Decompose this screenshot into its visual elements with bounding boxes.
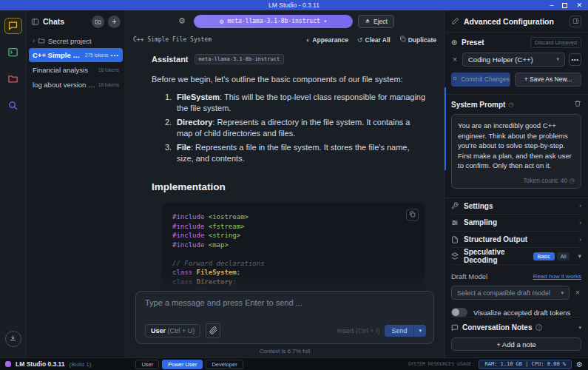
clear-all-button[interactable]: ↺ Clear All — [357, 36, 391, 44]
window-title: LM Studio - 0.3.11 — [268, 1, 320, 9]
preset-dropdown[interactable]: Coding Helper (C++) ▾ — [462, 53, 565, 67]
system-prompt-editor[interactable]: You are an incredibly good C++ engineer.… — [451, 114, 581, 189]
chevron-right-icon: › — [579, 219, 581, 226]
add-note-button[interactable]: + Add a note — [451, 337, 581, 351]
chat-folder-secret-project[interactable]: › Secret project — [29, 34, 123, 47]
appearance-icon: ◐ — [306, 36, 310, 44]
chat-bubble-icon — [7, 20, 18, 33]
visualize-tokens-toggle[interactable] — [451, 308, 467, 317]
all-mode-pill[interactable]: All — [557, 252, 570, 260]
chevron-down-icon: ▾ — [556, 56, 559, 62]
role-toggle-button[interactable]: User (Ctrl + U) — [145, 324, 200, 337]
section-speculative-decoding[interactable]: Speculative Decoding Basic All ▾ — [451, 248, 581, 265]
eject-label: Eject — [374, 18, 388, 25]
chats-header: Chats + — [27, 10, 125, 33]
user-mode-switch: User Power User Developer — [135, 360, 243, 369]
send-button[interactable]: Send ▾ — [385, 325, 426, 337]
read-how-it-works-link[interactable]: Read how it works — [533, 273, 581, 280]
duplicate-button[interactable]: Duplicate — [399, 36, 436, 44]
copy-code-button[interactable] — [406, 209, 419, 221]
trash-icon — [574, 100, 581, 107]
list-number: 2. — [165, 117, 177, 138]
settings-gear-icon[interactable]: ⚙ — [576, 360, 583, 369]
chat-item-log-version[interactable]: log about version of ... 16 tokens — [29, 78, 123, 92]
mode-developer[interactable]: Developer — [206, 360, 243, 369]
preset-row: ⚙ Preset Discard Unsaved — [451, 35, 581, 51]
token-count: Token count: 40 ◷ — [458, 177, 575, 184]
folder-label: Secret project — [48, 37, 92, 45]
send-options-caret[interactable]: ▾ — [413, 326, 426, 336]
section-label: Speculative Decoding — [464, 248, 528, 264]
chat-item-menu-icon[interactable]: ••• — [111, 52, 119, 58]
assistant-message-list: 1. FileSystem: This will be the top-leve… — [152, 92, 428, 164]
draft-model-block: Draft Model Read how it works Select a c… — [451, 272, 581, 317]
message-area[interactable]: Assistant meta-llama-3.1-8b-instruct Bef… — [126, 47, 444, 289]
appearance-button[interactable]: ◐ Appearance — [306, 36, 348, 44]
minimize-button[interactable]: – — [550, 0, 553, 10]
chat-item-tokens: 16 tokens — [98, 82, 119, 87]
chats-sidebar: Chats + › Secret project C++ Simple File… — [27, 10, 126, 357]
search-icon — [7, 100, 18, 112]
nav-chat-tab[interactable] — [4, 18, 22, 34]
save-as-new-button[interactable]: + Save As New... — [515, 73, 581, 87]
commit-changes-button[interactable]: Commit Changes — [451, 73, 510, 87]
chevron-down-icon: ▾ — [578, 252, 581, 260]
nav-discover-tab[interactable] — [4, 98, 22, 114]
history-clock-icon[interactable]: ◷ — [508, 101, 513, 108]
draft-model-placeholder: Select a compatible draft model — [457, 289, 561, 297]
chats-panel-title: Chats — [43, 17, 88, 26]
basic-mode-pill[interactable]: Basic — [533, 252, 555, 260]
appearance-label: Appearance — [312, 36, 348, 44]
clear-draft-model-icon[interactable]: × — [574, 289, 581, 297]
chevron-down-icon: ▾ — [324, 18, 327, 24]
chat-item-cpp-file-system[interactable]: C++ Simple File System 275 tokens ••• — [29, 48, 123, 62]
attach-file-button[interactable] — [206, 323, 220, 338]
copy-icon — [409, 211, 416, 219]
chat-item-label: Financial analysis — [33, 66, 96, 74]
list-item: 2. Directory: Represents a directory in … — [165, 117, 428, 138]
list-text: Directory: Represents a directory in the… — [177, 117, 428, 138]
nav-developer-tab[interactable] — [4, 44, 22, 61]
eject-model-button[interactable]: Eject — [358, 15, 394, 28]
chevron-right-icon: › — [579, 202, 581, 209]
conversation-notes-header[interactable]: Conversation Notes i ▾ — [451, 317, 581, 332]
clear-preset-icon[interactable]: × — [451, 56, 459, 64]
mode-power-user[interactable]: Power User — [162, 360, 203, 369]
new-chat-button[interactable]: + — [108, 16, 121, 28]
mode-user[interactable]: User — [135, 360, 159, 369]
message-input[interactable]: Type a message and press Enter to send .… — [145, 298, 426, 323]
resources-usage-value[interactable]: RAM: 1.10 GB | CPU: 0.00 % — [479, 360, 572, 369]
section-settings[interactable]: Settings › — [451, 198, 581, 215]
discard-unsaved-button[interactable]: Discard Unsaved — [530, 37, 581, 48]
section-sampling[interactable]: Sampling › — [451, 215, 581, 232]
build-label: (Build 1) — [70, 361, 92, 368]
collapse-sidebar-icon[interactable] — [31, 18, 39, 26]
system-prompt-header: System Prompt ◷ — [451, 100, 581, 109]
system-prompt-label: System Prompt — [451, 101, 505, 109]
system-prompt-text[interactable]: You are an incredibly good C++ engineer.… — [458, 121, 575, 171]
chat-item-label: log about version of ... — [33, 81, 96, 89]
clear-all-label: Clear All — [365, 36, 391, 44]
document-icon — [451, 236, 459, 243]
nav-my-models-tab[interactable] — [4, 71, 22, 87]
downloads-button[interactable] — [5, 331, 21, 347]
maximize-button[interactable] — [562, 3, 567, 8]
section-structured-output[interactable]: Structured Output › — [451, 232, 581, 249]
chat-item-financial-analysis[interactable]: Financial analysis 18 tokens — [29, 63, 123, 77]
model-settings-gear-icon[interactable]: ⚙ — [175, 15, 189, 28]
message-composer[interactable]: Type a message and press Enter to send .… — [135, 291, 434, 344]
draft-model-dropdown[interactable]: Select a compatible draft model ▾ — [451, 286, 570, 300]
new-folder-button[interactable] — [92, 16, 104, 28]
context-usage-status: Context is 6.7% full — [135, 344, 434, 357]
preset-menu-button[interactable]: ••• — [569, 53, 581, 66]
insert-button[interactable]: Insert (Ctrl + I) — [337, 327, 380, 334]
config-title: Advanced Configuration — [464, 17, 565, 26]
terminal-icon — [7, 47, 18, 59]
loaded-model-selector[interactable]: ⚙ meta-llama-3.1-8b-instruct ▾ — [194, 15, 353, 28]
delete-prompt-button[interactable] — [574, 100, 581, 109]
visualize-tokens-row: Visualize accepted draft tokens — [451, 308, 581, 317]
conversation-notes-label: Conversation Notes — [462, 323, 532, 332]
conversation-title: C++ Simple File System — [133, 36, 306, 43]
close-button[interactable]: ✕ — [576, 0, 582, 10]
collapse-panel-button[interactable] — [570, 16, 581, 27]
